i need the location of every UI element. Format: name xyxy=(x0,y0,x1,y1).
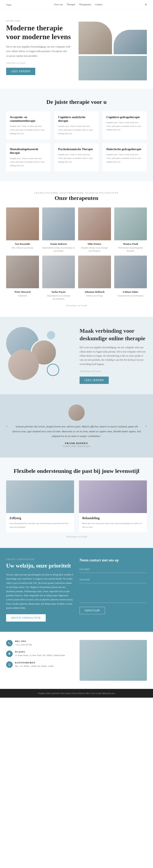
consultation-text: We are expert private psychologists are … xyxy=(6,572,73,610)
online-therapy-text: Maak verbinding voor deskundige online t… xyxy=(80,327,147,384)
therapist-6-name: Johanna Holbach xyxy=(78,290,111,293)
service-card-3-text: Sample teni. Click to select the text. C… xyxy=(10,157,47,167)
therapist-0-name: Nat Reynolds xyxy=(6,242,39,246)
contact-right xyxy=(80,640,147,681)
service-card-4-text: Sample teni. Click to select the text. C… xyxy=(58,153,95,164)
therapist-1-photo xyxy=(42,208,75,240)
contact-hours-label: KANTOORUREN xyxy=(15,661,54,664)
consultation-button[interactable]: GRATIS CONSULTATIE xyxy=(6,614,46,622)
therapist-0-photo xyxy=(6,208,39,240)
contact-location-label: PLAATS xyxy=(15,651,65,653)
support-card-0: Zelfzorg Leer therapeutische inzichten o… xyxy=(6,480,74,532)
testimonial-photo xyxy=(68,405,85,421)
therapist-4: Peter Howard Zoekhoofd xyxy=(6,256,39,301)
nav-link-2[interactable]: Therapie xyxy=(66,3,75,6)
contact-location-value: 21 foam Street, 21 New York, NY 10036, U… xyxy=(15,654,65,657)
therapist-7-role: Geregistreerde psychotherapeut xyxy=(114,294,147,297)
therapist-0: Nat Reynolds MSc. Klinisch psychologe xyxy=(6,208,39,252)
consultation-message-input[interactable] xyxy=(80,587,147,603)
support-card-0-text: Leer therapeutische inzichten om zelfver… xyxy=(9,522,71,529)
online-therapy-images xyxy=(6,327,73,384)
consultation-email-input[interactable] xyxy=(80,576,147,583)
online-therapy-section: Maak verbinding voor deskundige online t… xyxy=(0,317,153,394)
therapist-5: Sasha Payne Afgestudeerd in psychologie … xyxy=(42,256,75,301)
therapists-subtitle: GEKWALIFICEERD, GEACCREDITEERD, KLINISCH… xyxy=(6,192,147,194)
testimonial-role: FAMILIARE MANAGER xyxy=(12,445,141,447)
contact-location-text: PLAATS 21 foam Street, 21 New York, NY 1… xyxy=(15,651,65,657)
nav-link-1[interactable]: Over ons xyxy=(54,3,63,6)
service-card-2-title: Cognitieve gedragstherapie xyxy=(106,116,143,119)
navbar: logo Over ons Therapie Therapeuten Conta… xyxy=(0,0,153,9)
hero-read-more-button[interactable]: LEES VERDER xyxy=(6,68,35,75)
contact-hours-value: Ma—Vr: 09:00—18:00, Zat 10:00—14:00 xyxy=(15,664,54,668)
support-title: Flexibele ondersteuning die past bij jou… xyxy=(6,468,147,474)
consultation-right: Neem contact met ons op VERSTUUR xyxy=(80,558,147,622)
navbar-nav: Over ons Therapie Therapeuten Contact xyxy=(54,3,102,6)
location-icon xyxy=(6,651,13,657)
therapist-2-photo xyxy=(78,208,111,240)
consultation-form: VERSTUUR xyxy=(80,566,147,614)
online-img-credit: Afbeeldingen van Freepik xyxy=(80,369,147,373)
therapist-4-role: Zoekhoofd xyxy=(6,294,39,297)
service-card-4-title: Psychodynamische Therapie xyxy=(58,148,95,151)
contact-phone-value: +31-1-234-567-89 xyxy=(15,643,32,647)
service-card-5-text: Sample teni. Click to select the text. C… xyxy=(106,153,143,164)
testimonial-quote: "aenean pulvinar dui ornare, feugiat lor… xyxy=(12,424,141,438)
contact-phone-label: BEL ONS xyxy=(15,640,32,642)
contact-map xyxy=(80,640,147,681)
hero-img-credit: Afbeelding van Freepik xyxy=(6,62,74,64)
hero-images xyxy=(79,20,147,81)
service-card-3-title: Mentalisatiegebaseerde therapie xyxy=(10,148,47,155)
therapist-6-photo xyxy=(78,256,111,288)
support-section: Flexibele ondersteuning die past bij jou… xyxy=(0,458,153,548)
testimonial-name: FRANK KINNEY xyxy=(12,442,141,445)
support-card-0-title: Zelfzorg xyxy=(9,516,71,520)
support-card-1-text: Boek tijd voor een privé-sessie met onze… xyxy=(82,522,144,529)
therapist-1-name: Jennie Roberts xyxy=(42,242,75,246)
consultation-section: GRATIS CONSULTATIE Uw welzijn, onze prio… xyxy=(0,548,153,632)
hero-title: Moderne therapie voor moderne levens xyxy=(6,24,74,41)
therapist-2-name: Mila Parker xyxy=(78,242,111,246)
consultation-submit-button[interactable]: VERSTUUR xyxy=(80,607,105,614)
therapist-7-name: Fabian Solms xyxy=(114,290,147,293)
contact-hours-text: KANTOORUREN Ma—Vr: 09:00—18:00, Zat 10:0… xyxy=(15,661,54,668)
support-card-1-body: Behandeling Boek tijd voor een privé-ses… xyxy=(79,513,147,532)
therapist-5-role: Afgestudeerd in psychologie psychologisc… xyxy=(42,294,75,300)
therapist-7: Fabian Solms Geregistreerde psychotherap… xyxy=(114,256,147,301)
service-card-1-text: Sample teni. Click to select the text. C… xyxy=(58,124,95,135)
contact-phone-item: BEL ONS +31-1-234-567-89 xyxy=(6,640,73,647)
online-therapy-read-more-button[interactable]: LEES VERDER xyxy=(80,377,109,384)
footer: Freepik is able to provide a free versio… xyxy=(0,689,153,698)
support-img-credit: Afbeeldingen van Freepik xyxy=(6,535,147,538)
nav-link-3[interactable]: Therapeuten xyxy=(79,3,91,6)
therapist-5-photo xyxy=(42,256,75,288)
consultation-name-input[interactable] xyxy=(80,566,147,573)
service-card-4: Psychodynamische Therapie Sample teni. C… xyxy=(55,144,99,172)
consultation-left: GRATIS CONSULTATIE Uw welzijn, onze prio… xyxy=(6,558,73,622)
testimonial-prev-arrow[interactable]: ‹ xyxy=(6,423,7,429)
service-card-0: Acceptatie- en commitmenttherapie Sample… xyxy=(6,112,51,139)
service-card-0-title: Acceptatie- en commitmenttherapie xyxy=(10,116,47,123)
hero-section: OVER ONS Moderne therapie voor moderne l… xyxy=(0,9,153,89)
therapist-6-role: Klinisch psychologe xyxy=(78,294,111,297)
service-card-3: Mentalisatiegebaseerde therapie Sample t… xyxy=(6,144,51,172)
consultation-tag: GRATIS CONSULTATIE xyxy=(6,558,73,560)
therapists-section: GEKWALIFICEERD, GEACCREDITEERD, KLINISCH… xyxy=(0,182,153,317)
menu-icon[interactable]: ≡ xyxy=(145,2,147,7)
contact-hours-item: KANTOORUREN Ma—Vr: 09:00—18:00, Zat 10:0… xyxy=(6,661,73,668)
therapist-7-photo xyxy=(114,256,147,288)
services-section: De juiste therapie voor u Acceptatie- en… xyxy=(0,89,153,182)
testimonial-next-arrow[interactable]: › xyxy=(146,423,147,429)
hero-left: OVER ONS Moderne therapie voor moderne l… xyxy=(6,20,79,75)
therapist-3-photo xyxy=(114,208,147,240)
nav-link-4[interactable]: Contact xyxy=(95,3,102,6)
hero-image-2 xyxy=(114,30,147,54)
therapists-img-credit: Afbeeldingen van Freepik xyxy=(6,304,147,307)
service-card-5: Dialectische gedragstherapie Sample teni… xyxy=(102,144,147,172)
therapists-title: Onze therapeuten xyxy=(6,195,147,202)
consultation-title: Uw welzijn, onze prioriteit xyxy=(6,562,73,569)
therapist-2: Mila Parker Empathic therapy in psycholo… xyxy=(78,208,111,252)
therapist-4-photo xyxy=(6,256,39,288)
hero-text: Dit is een zeer pijplike beschuldiging v… xyxy=(6,44,74,58)
therapist-3-role: Professionele maatschappelijk therapeut xyxy=(114,246,147,252)
